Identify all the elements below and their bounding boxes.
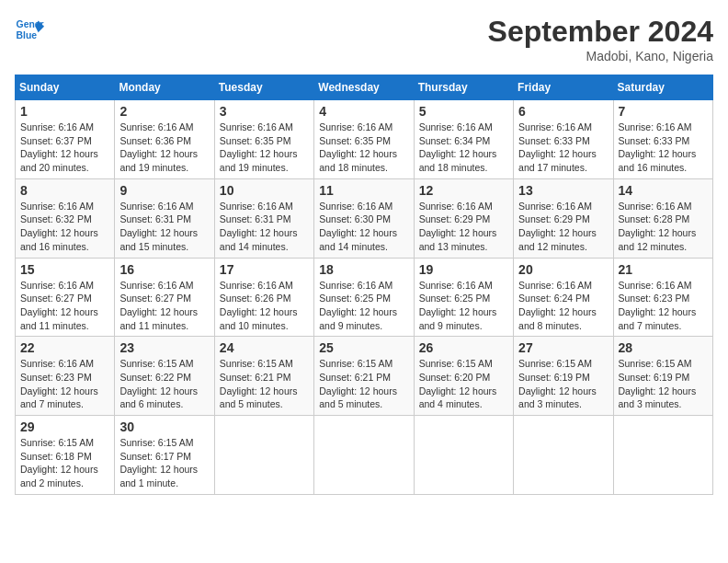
day-info: Sunrise: 6:16 AM Sunset: 6:31 PM Dayligh… xyxy=(220,200,309,254)
day-info: Sunrise: 6:15 AM Sunset: 6:17 PM Dayligh… xyxy=(119,436,209,490)
day-info: Sunrise: 6:16 AM Sunset: 6:29 PM Dayligh… xyxy=(419,200,508,254)
calendar-cell: 3Sunrise: 6:16 AM Sunset: 6:35 PM Daylig… xyxy=(214,100,313,179)
day-info: Sunrise: 6:16 AM Sunset: 6:26 PM Dayligh… xyxy=(220,279,309,333)
calendar-cell xyxy=(613,416,712,495)
calendar-row: 1Sunrise: 6:16 AM Sunset: 6:37 PM Daylig… xyxy=(16,100,713,179)
calendar-cell xyxy=(214,416,313,495)
calendar-row: 15Sunrise: 6:16 AM Sunset: 6:27 PM Dayli… xyxy=(16,258,713,337)
calendar-cell: 5Sunrise: 6:16 AM Sunset: 6:34 PM Daylig… xyxy=(414,100,513,179)
day-info: Sunrise: 6:15 AM Sunset: 6:21 PM Dayligh… xyxy=(319,357,408,411)
day-number: 29 xyxy=(20,419,109,434)
title-block: September 2024 Madobi, Kano, Nigeria xyxy=(488,15,713,63)
day-info: Sunrise: 6:16 AM Sunset: 6:31 PM Dayligh… xyxy=(119,200,209,254)
location-subtitle: Madobi, Kano, Nigeria xyxy=(488,49,713,63)
day-number: 17 xyxy=(220,262,309,277)
day-info: Sunrise: 6:16 AM Sunset: 6:29 PM Dayligh… xyxy=(518,200,608,254)
col-sunday: Sunday xyxy=(16,75,115,100)
calendar-cell xyxy=(514,416,613,495)
calendar-cell: 29Sunrise: 6:15 AM Sunset: 6:18 PM Dayli… xyxy=(16,416,115,495)
day-info: Sunrise: 6:16 AM Sunset: 6:30 PM Dayligh… xyxy=(319,200,408,254)
day-number: 11 xyxy=(319,183,408,198)
calendar-cell: 22Sunrise: 6:16 AM Sunset: 6:23 PM Dayli… xyxy=(16,337,115,416)
day-number: 25 xyxy=(319,340,408,355)
day-info: Sunrise: 6:16 AM Sunset: 6:36 PM Dayligh… xyxy=(119,121,209,175)
calendar-cell: 23Sunrise: 6:15 AM Sunset: 6:22 PM Dayli… xyxy=(115,337,214,416)
header-row: Sunday Monday Tuesday Wednesday Thursday… xyxy=(16,75,713,100)
day-info: Sunrise: 6:16 AM Sunset: 6:23 PM Dayligh… xyxy=(619,279,708,333)
calendar-cell: 19Sunrise: 6:16 AM Sunset: 6:25 PM Dayli… xyxy=(414,258,513,337)
day-info: Sunrise: 6:16 AM Sunset: 6:28 PM Dayligh… xyxy=(619,200,708,254)
calendar-cell: 6Sunrise: 6:16 AM Sunset: 6:33 PM Daylig… xyxy=(514,100,613,179)
day-info: Sunrise: 6:16 AM Sunset: 6:33 PM Dayligh… xyxy=(619,121,708,175)
day-number: 21 xyxy=(619,262,708,277)
day-info: Sunrise: 6:16 AM Sunset: 6:34 PM Dayligh… xyxy=(419,121,508,175)
calendar-cell xyxy=(314,416,414,495)
calendar-cell: 24Sunrise: 6:15 AM Sunset: 6:21 PM Dayli… xyxy=(214,337,313,416)
day-number: 20 xyxy=(518,262,608,277)
day-info: Sunrise: 6:15 AM Sunset: 6:21 PM Dayligh… xyxy=(220,357,309,411)
day-info: Sunrise: 6:16 AM Sunset: 6:35 PM Dayligh… xyxy=(220,121,309,175)
day-number: 3 xyxy=(220,104,309,119)
calendar-cell: 27Sunrise: 6:15 AM Sunset: 6:19 PM Dayli… xyxy=(514,337,613,416)
calendar-cell: 8Sunrise: 6:16 AM Sunset: 6:32 PM Daylig… xyxy=(16,178,115,258)
day-number: 13 xyxy=(518,183,608,198)
day-info: Sunrise: 6:16 AM Sunset: 6:32 PM Dayligh… xyxy=(20,200,109,254)
day-number: 1 xyxy=(20,104,109,119)
calendar-row: 29Sunrise: 6:15 AM Sunset: 6:18 PM Dayli… xyxy=(16,416,713,495)
col-friday: Friday xyxy=(514,75,613,100)
calendar-cell: 12Sunrise: 6:16 AM Sunset: 6:29 PM Dayli… xyxy=(414,178,513,258)
col-saturday: Saturday xyxy=(613,75,712,100)
day-number: 28 xyxy=(619,340,708,355)
calendar-cell xyxy=(414,416,513,495)
col-thursday: Thursday xyxy=(414,75,513,100)
day-number: 24 xyxy=(220,340,309,355)
calendar-cell: 4Sunrise: 6:16 AM Sunset: 6:35 PM Daylig… xyxy=(314,100,414,179)
calendar-cell: 18Sunrise: 6:16 AM Sunset: 6:25 PM Dayli… xyxy=(314,258,414,337)
day-info: Sunrise: 6:16 AM Sunset: 6:27 PM Dayligh… xyxy=(119,279,209,333)
day-number: 14 xyxy=(619,183,708,198)
calendar-cell: 1Sunrise: 6:16 AM Sunset: 6:37 PM Daylig… xyxy=(16,100,115,179)
day-number: 30 xyxy=(119,419,209,434)
calendar-cell: 25Sunrise: 6:15 AM Sunset: 6:21 PM Dayli… xyxy=(314,337,414,416)
calendar-cell: 28Sunrise: 6:15 AM Sunset: 6:19 PM Dayli… xyxy=(613,337,712,416)
col-monday: Monday xyxy=(115,75,214,100)
day-info: Sunrise: 6:15 AM Sunset: 6:19 PM Dayligh… xyxy=(518,357,608,411)
calendar-cell: 11Sunrise: 6:16 AM Sunset: 6:30 PM Dayli… xyxy=(314,178,414,258)
day-number: 23 xyxy=(119,340,209,355)
day-info: Sunrise: 6:16 AM Sunset: 6:25 PM Dayligh… xyxy=(419,279,508,333)
calendar-cell: 14Sunrise: 6:16 AM Sunset: 6:28 PM Dayli… xyxy=(613,178,712,258)
calendar-cell: 21Sunrise: 6:16 AM Sunset: 6:23 PM Dayli… xyxy=(613,258,712,337)
day-number: 19 xyxy=(419,262,508,277)
calendar-cell: 2Sunrise: 6:16 AM Sunset: 6:36 PM Daylig… xyxy=(115,100,214,179)
day-number: 4 xyxy=(319,104,408,119)
day-number: 2 xyxy=(119,104,209,119)
day-info: Sunrise: 6:16 AM Sunset: 6:35 PM Dayligh… xyxy=(319,121,408,175)
day-number: 26 xyxy=(419,340,508,355)
calendar-cell: 17Sunrise: 6:16 AM Sunset: 6:26 PM Dayli… xyxy=(214,258,313,337)
day-info: Sunrise: 6:16 AM Sunset: 6:37 PM Dayligh… xyxy=(20,121,109,175)
day-number: 16 xyxy=(119,262,209,277)
calendar-table: Sunday Monday Tuesday Wednesday Thursday… xyxy=(15,75,713,495)
calendar-cell: 7Sunrise: 6:16 AM Sunset: 6:33 PM Daylig… xyxy=(613,100,712,179)
day-info: Sunrise: 6:16 AM Sunset: 6:24 PM Dayligh… xyxy=(518,279,608,333)
calendar-cell: 10Sunrise: 6:16 AM Sunset: 6:31 PM Dayli… xyxy=(214,178,313,258)
calendar-row: 22Sunrise: 6:16 AM Sunset: 6:23 PM Dayli… xyxy=(16,337,713,416)
calendar-cell: 26Sunrise: 6:15 AM Sunset: 6:20 PM Dayli… xyxy=(414,337,513,416)
day-info: Sunrise: 6:16 AM Sunset: 6:27 PM Dayligh… xyxy=(20,279,109,333)
day-info: Sunrise: 6:15 AM Sunset: 6:20 PM Dayligh… xyxy=(419,357,508,411)
day-number: 10 xyxy=(220,183,309,198)
day-info: Sunrise: 6:15 AM Sunset: 6:18 PM Dayligh… xyxy=(20,436,109,490)
day-number: 12 xyxy=(419,183,508,198)
day-info: Sunrise: 6:15 AM Sunset: 6:19 PM Dayligh… xyxy=(619,357,708,411)
calendar-cell: 30Sunrise: 6:15 AM Sunset: 6:17 PM Dayli… xyxy=(115,416,214,495)
col-tuesday: Tuesday xyxy=(214,75,313,100)
day-number: 6 xyxy=(518,104,608,119)
day-number: 9 xyxy=(119,183,209,198)
logo-icon: General Blue xyxy=(15,15,44,44)
day-number: 8 xyxy=(20,183,109,198)
svg-text:Blue: Blue xyxy=(17,30,38,40)
day-info: Sunrise: 6:15 AM Sunset: 6:22 PM Dayligh… xyxy=(119,357,209,411)
day-number: 22 xyxy=(20,340,109,355)
month-title: September 2024 xyxy=(488,15,713,49)
day-number: 15 xyxy=(20,262,109,277)
